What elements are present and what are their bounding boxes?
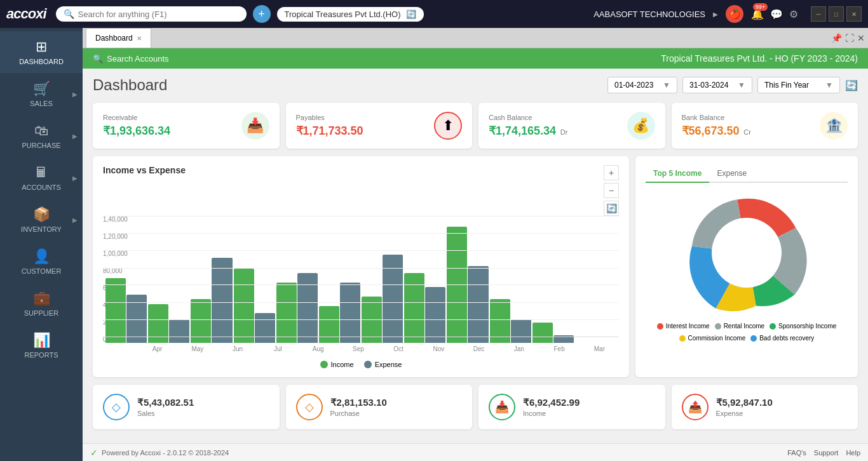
x-label-jun: Jun bbox=[219, 345, 257, 352]
x-label-nov: Nov bbox=[419, 345, 458, 352]
dashboard-tab-label: Dashboard bbox=[95, 34, 133, 43]
content-area: 🔍 Search Accounts Tropical Treasures Pvt… bbox=[83, 48, 868, 443]
month-group-jul bbox=[234, 269, 275, 343]
help-link[interactable]: Help bbox=[846, 449, 860, 457]
company-selector[interactable]: Tropical Treasures Pvt Ltd.(HO) 🔄 bbox=[277, 7, 424, 22]
chart-zoom-in-button[interactable]: + bbox=[604, 165, 619, 180]
income-bar-jun bbox=[191, 299, 211, 343]
dashboard-tab[interactable]: Dashboard ✕ bbox=[86, 28, 151, 48]
sidebar-item-inventory[interactable]: 📦 INVENTORY ▶ bbox=[0, 199, 83, 241]
search-accounts-button[interactable]: 🔍 Search Accounts bbox=[93, 54, 169, 63]
sidebar-item-customer[interactable]: 👤 CUSTOMER bbox=[0, 241, 83, 283]
cash-value-row: ₹1,74,165.34 Dr bbox=[489, 124, 567, 138]
arrow-icon: ▶ bbox=[713, 11, 718, 18]
notification-area[interactable]: 99+ 🔔 bbox=[751, 8, 764, 20]
tab-bar: Dashboard ✕ 📌 ⛶ ✕ bbox=[83, 28, 868, 48]
top5-tabs: Top 5 Income Expense bbox=[646, 165, 848, 183]
support-link[interactable]: Support bbox=[814, 449, 839, 457]
search-bar[interactable]: 🔍 bbox=[56, 6, 247, 22]
message-icon[interactable]: 💬 bbox=[770, 8, 783, 20]
inventory-icon: 📦 bbox=[33, 206, 50, 223]
sidebar-item-dashboard[interactable]: ⊞ DASHBOARD bbox=[0, 31, 83, 73]
accounts-arrow-icon: ▶ bbox=[72, 175, 78, 182]
sidebar-label-purchase: PURCHASE bbox=[22, 142, 60, 149]
payables-card: Payables ₹1,71,733.50 ⬆ bbox=[286, 103, 473, 149]
tab-expand-button[interactable]: ⛶ bbox=[845, 33, 854, 43]
sidebar-label-supplier: SUPPLIER bbox=[24, 309, 58, 317]
payables-icon: ⬆ bbox=[434, 112, 462, 140]
sales-label: Sales bbox=[137, 410, 194, 417]
income-bar-nov bbox=[404, 273, 424, 343]
purchase-icon: ◇ bbox=[296, 394, 323, 420]
sidebar-item-sales[interactable]: 🛒 SALES ▶ bbox=[0, 73, 83, 115]
tab-close-icon[interactable]: ✕ bbox=[137, 35, 142, 42]
x-label-jul: Jul bbox=[259, 345, 297, 352]
month-group-aug bbox=[276, 273, 318, 343]
date-to-dropdown-icon: ▼ bbox=[738, 81, 745, 90]
expense-legend-label: Expense bbox=[375, 361, 402, 368]
tab-pin-button[interactable]: 📌 bbox=[831, 33, 842, 43]
income-bar-feb bbox=[532, 323, 553, 343]
legend-income: Income bbox=[320, 361, 354, 368]
company-refresh-icon[interactable]: 🔄 bbox=[406, 10, 416, 19]
purchase-card: ◇ ₹2,81,153.10 Purchase bbox=[286, 385, 473, 429]
settings-icon[interactable]: ⚙ bbox=[789, 8, 798, 20]
interest-dot bbox=[657, 323, 663, 330]
notification-badge: 99+ bbox=[753, 3, 768, 11]
fin-year-selector[interactable]: This Fin Year ▼ bbox=[757, 77, 840, 93]
footer: ✓ Powered by Accoxi - 2.0.12 © 2018-2024… bbox=[83, 443, 868, 461]
sidebar-item-purchase[interactable]: 🛍 PURCHASE ▶ bbox=[0, 115, 83, 157]
expense-bar-oct bbox=[383, 255, 403, 343]
charts-row: Income vs Expense + − 🔄 1,40,000 bbox=[93, 156, 858, 377]
income-bar-oct bbox=[362, 297, 382, 343]
close-button[interactable]: ✕ bbox=[846, 6, 862, 22]
top-company-name: AABASOFT TECHNOLOGIES bbox=[593, 10, 705, 19]
dashboard-refresh-icon[interactable]: 🔄 bbox=[845, 79, 858, 91]
search-input[interactable] bbox=[78, 10, 239, 19]
sidebar-item-accounts[interactable]: 🖩 ACCOUNTS ▶ bbox=[0, 157, 83, 199]
fin-year-dropdown-icon: ▼ bbox=[825, 81, 833, 90]
month-group-apr bbox=[105, 278, 147, 343]
x-label-mar: Mar bbox=[580, 345, 619, 352]
date-from-dropdown-icon: ▼ bbox=[663, 81, 670, 90]
window-controls: ─ □ ✕ bbox=[811, 6, 862, 22]
dashboard-area: Dashboard 01-04-2023 ▼ 31-03-2024 ▼ This… bbox=[83, 69, 868, 437]
user-avatar[interactable]: 🍎 bbox=[726, 5, 743, 23]
sidebar-item-reports[interactable]: 📊 REPORTS bbox=[0, 324, 83, 366]
sidebar-item-supplier[interactable]: 💼 SUPPLIER bbox=[0, 283, 83, 324]
date-from-picker[interactable]: 01-04-2023 ▼ bbox=[607, 77, 677, 93]
minimize-button[interactable]: ─ bbox=[811, 6, 826, 22]
sidebar-label-inventory: INVENTORY bbox=[21, 225, 62, 233]
summary-cards: Receivable ₹1,93,636.34 📥 Payables ₹1,71… bbox=[93, 103, 858, 149]
date-from-value: 01-04-2023 bbox=[614, 81, 653, 90]
tab-controls: 📌 ⛶ ✕ bbox=[831, 33, 865, 43]
cash-info: Cash Balance ₹1,74,165.34 Dr bbox=[489, 114, 567, 138]
receivable-label: Receivable bbox=[103, 114, 170, 121]
top5-chart: Top 5 Income Expense bbox=[635, 156, 858, 377]
purchase-arrow-icon: ▶ bbox=[72, 133, 78, 140]
bank-icon: 🏦 bbox=[820, 112, 848, 140]
dashboard-header: Dashboard 01-04-2023 ▼ 31-03-2024 ▼ This… bbox=[93, 76, 858, 94]
app-logo: accoxi bbox=[6, 6, 46, 22]
cash-balance-card: Cash Balance ₹1,74,165.34 Dr 💰 bbox=[478, 103, 665, 149]
chart-zoom-out-button[interactable]: − bbox=[604, 183, 619, 198]
income-card: 📥 ₹6,92,452.99 Income bbox=[478, 385, 665, 429]
x-label-apr: Apr bbox=[138, 345, 177, 352]
month-group-nov bbox=[404, 273, 445, 343]
date-to-picker[interactable]: 31-03-2024 ▼ bbox=[682, 77, 752, 93]
top5-expense-tab[interactable]: Expense bbox=[709, 165, 754, 183]
add-button[interactable]: + bbox=[253, 5, 271, 23]
expense-bar-aug bbox=[297, 273, 318, 343]
bar-chart bbox=[103, 216, 619, 343]
top5-income-tab[interactable]: Top 5 Income bbox=[646, 165, 709, 183]
chart-controls: + − 🔄 bbox=[604, 165, 619, 216]
faq-link[interactable]: FAQ's bbox=[787, 449, 806, 457]
month-group-dec bbox=[447, 227, 488, 343]
chart-refresh-button[interactable]: 🔄 bbox=[604, 201, 619, 216]
month-group-oct bbox=[362, 255, 403, 343]
maximize-button[interactable]: □ bbox=[829, 6, 844, 22]
date-filters: 01-04-2023 ▼ 31-03-2024 ▼ This Fin Year … bbox=[607, 77, 858, 93]
income-bar-apr bbox=[105, 278, 126, 343]
dashboard-icon: ⊞ bbox=[36, 39, 47, 55]
tab-close-button[interactable]: ✕ bbox=[857, 33, 865, 43]
